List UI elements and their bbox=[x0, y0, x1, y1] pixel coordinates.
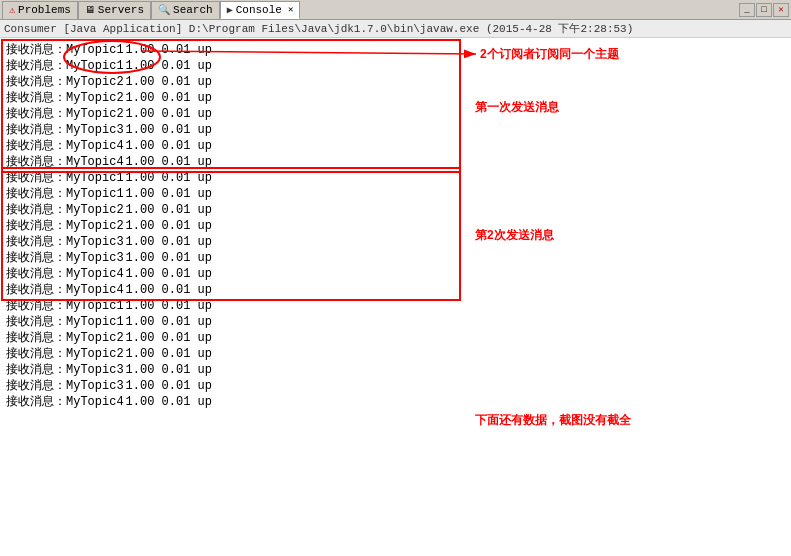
log-prefix: 接收消息： bbox=[6, 282, 66, 298]
log-nums: 1.00 0.01 up bbox=[126, 186, 212, 202]
log-topic: MyTopic2 bbox=[66, 202, 124, 218]
log-nums: 1.00 0.01 up bbox=[126, 378, 212, 394]
log-nums: 1.00 0.01 up bbox=[126, 314, 212, 330]
tab-servers[interactable]: 🖥 Servers bbox=[78, 1, 151, 19]
log-topic: MyTopic2 bbox=[66, 74, 124, 90]
log-nums: 1.00 0.01 up bbox=[126, 298, 212, 314]
log-prefix: 接收消息： bbox=[6, 250, 66, 266]
tab-console[interactable]: ▶ Console ✕ bbox=[220, 1, 301, 19]
console-content: 接收消息：MyTopic11.00 0.01 up接收消息：MyTopic11.… bbox=[6, 42, 785, 410]
log-nums: 1.00 0.01 up bbox=[126, 42, 212, 58]
tab-problems[interactable]: ⚠ Problems bbox=[2, 1, 78, 19]
log-topic: MyTopic2 bbox=[66, 90, 124, 106]
log-topic: MyTopic2 bbox=[66, 106, 124, 122]
log-nums: 1.00 0.01 up bbox=[126, 394, 212, 410]
log-prefix: 接收消息： bbox=[6, 266, 66, 282]
log-prefix: 接收消息： bbox=[6, 154, 66, 170]
tab-search-label: Search bbox=[173, 4, 213, 16]
log-prefix: 接收消息： bbox=[6, 314, 66, 330]
log-prefix: 接收消息： bbox=[6, 202, 66, 218]
log-topic: MyTopic3 bbox=[66, 122, 124, 138]
log-line: 接收消息：MyTopic21.00 0.01 up bbox=[6, 330, 785, 346]
toolbar: ⚠ Problems 🖥 Servers 🔍 Search ▶ Console … bbox=[0, 0, 791, 20]
search-icon: 🔍 bbox=[158, 4, 170, 16]
log-line: 接收消息：MyTopic31.00 0.01 up bbox=[6, 250, 785, 266]
log-prefix: 接收消息： bbox=[6, 58, 66, 74]
log-line: 接收消息：MyTopic11.00 0.01 up bbox=[6, 314, 785, 330]
log-line: 接收消息：MyTopic41.00 0.01 up bbox=[6, 138, 785, 154]
log-nums: 1.00 0.01 up bbox=[126, 106, 212, 122]
log-nums: 1.00 0.01 up bbox=[126, 362, 212, 378]
log-topic: MyTopic2 bbox=[66, 346, 124, 362]
log-prefix: 接收消息： bbox=[6, 330, 66, 346]
log-nums: 1.00 0.01 up bbox=[126, 266, 212, 282]
log-topic: MyTopic2 bbox=[66, 218, 124, 234]
log-prefix: 接收消息： bbox=[6, 74, 66, 90]
log-prefix: 接收消息： bbox=[6, 90, 66, 106]
maximize-button[interactable]: □ bbox=[756, 3, 772, 17]
tab-problems-label: Problems bbox=[18, 4, 71, 16]
log-nums: 1.00 0.01 up bbox=[126, 58, 212, 74]
log-nums: 1.00 0.01 up bbox=[126, 218, 212, 234]
log-prefix: 接收消息： bbox=[6, 378, 66, 394]
log-line: 接收消息：MyTopic21.00 0.01 up bbox=[6, 346, 785, 362]
servers-icon: 🖥 bbox=[85, 4, 95, 16]
log-line: 接收消息：MyTopic31.00 0.01 up bbox=[6, 234, 785, 250]
log-prefix: 接收消息： bbox=[6, 186, 66, 202]
problems-icon: ⚠ bbox=[9, 4, 15, 16]
log-nums: 1.00 0.01 up bbox=[126, 154, 212, 170]
log-nums: 1.00 0.01 up bbox=[126, 330, 212, 346]
log-line: 接收消息：MyTopic21.00 0.01 up bbox=[6, 90, 785, 106]
log-topic: MyTopic4 bbox=[66, 394, 124, 410]
log-topic: MyTopic1 bbox=[66, 298, 124, 314]
title-bar: Consumer [Java Application] D:\Program F… bbox=[0, 20, 791, 38]
minimize-button[interactable]: _ bbox=[739, 3, 755, 17]
log-topic: MyTopic4 bbox=[66, 154, 124, 170]
tab-search[interactable]: 🔍 Search bbox=[151, 1, 220, 19]
log-prefix: 接收消息： bbox=[6, 234, 66, 250]
log-topic: MyTopic3 bbox=[66, 378, 124, 394]
log-nums: 1.00 0.01 up bbox=[126, 138, 212, 154]
log-nums: 1.00 0.01 up bbox=[126, 250, 212, 266]
log-prefix: 接收消息： bbox=[6, 362, 66, 378]
log-prefix: 接收消息： bbox=[6, 346, 66, 362]
tab-servers-label: Servers bbox=[98, 4, 144, 16]
log-topic: MyTopic2 bbox=[66, 330, 124, 346]
log-line: 接收消息：MyTopic11.00 0.01 up bbox=[6, 186, 785, 202]
log-line: 接收消息：MyTopic31.00 0.01 up bbox=[6, 362, 785, 378]
log-nums: 1.00 0.01 up bbox=[126, 122, 212, 138]
log-prefix: 接收消息： bbox=[6, 42, 66, 58]
log-nums: 1.00 0.01 up bbox=[126, 282, 212, 298]
log-prefix: 接收消息： bbox=[6, 106, 66, 122]
log-prefix: 接收消息： bbox=[6, 394, 66, 410]
log-topic: MyTopic1 bbox=[66, 170, 124, 186]
log-prefix: 接收消息： bbox=[6, 138, 66, 154]
log-topic: MyTopic1 bbox=[66, 186, 124, 202]
console-icon: ▶ bbox=[227, 4, 233, 16]
log-prefix: 接收消息： bbox=[6, 218, 66, 234]
log-line: 接收消息：MyTopic11.00 0.01 up bbox=[6, 42, 785, 58]
tab-close-icon[interactable]: ✕ bbox=[288, 4, 293, 15]
log-prefix: 接收消息： bbox=[6, 122, 66, 138]
log-topic: MyTopic3 bbox=[66, 362, 124, 378]
window-controls: _ □ ✕ bbox=[739, 3, 789, 17]
title-text: Consumer [Java Application] D:\Program F… bbox=[4, 21, 633, 36]
log-prefix: 接收消息： bbox=[6, 298, 66, 314]
log-line: 接收消息：MyTopic21.00 0.01 up bbox=[6, 106, 785, 122]
log-line: 接收消息：MyTopic41.00 0.01 up bbox=[6, 154, 785, 170]
log-topic: MyTopic1 bbox=[66, 314, 124, 330]
log-line: 接收消息：MyTopic21.00 0.01 up bbox=[6, 202, 785, 218]
log-nums: 1.00 0.01 up bbox=[126, 234, 212, 250]
log-topic: MyTopic1 bbox=[66, 58, 124, 74]
log-prefix: 接收消息： bbox=[6, 170, 66, 186]
log-line: 接收消息：MyTopic41.00 0.01 up bbox=[6, 394, 785, 410]
log-line: 接收消息：MyTopic41.00 0.01 up bbox=[6, 266, 785, 282]
log-line: 接收消息：MyTopic31.00 0.01 up bbox=[6, 378, 785, 394]
close-button[interactable]: ✕ bbox=[773, 3, 789, 17]
log-topic: MyTopic3 bbox=[66, 234, 124, 250]
log-nums: 1.00 0.01 up bbox=[126, 346, 212, 362]
tab-console-label: Console bbox=[236, 4, 282, 16]
log-nums: 1.00 0.01 up bbox=[126, 170, 212, 186]
log-line: 接收消息：MyTopic11.00 0.01 up bbox=[6, 58, 785, 74]
log-line: 接收消息：MyTopic11.00 0.01 up bbox=[6, 298, 785, 314]
